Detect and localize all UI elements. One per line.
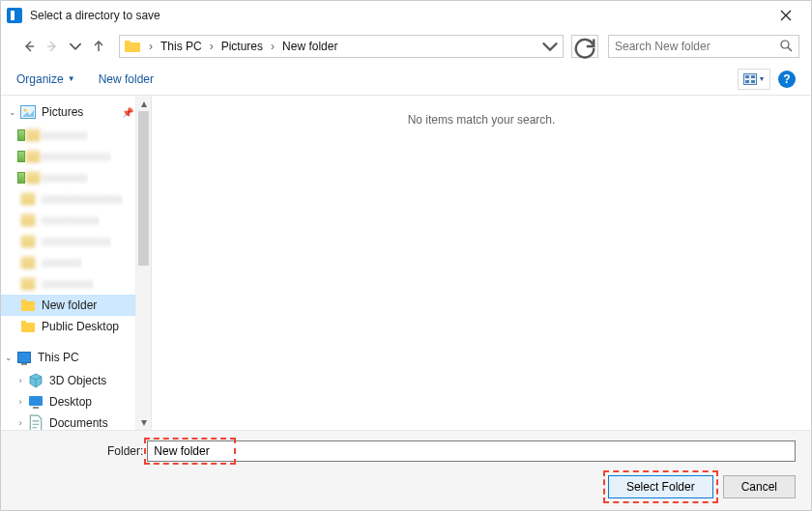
window-title: Select a directory to save — [30, 9, 160, 22]
arrow-up-icon — [92, 40, 105, 53]
organize-label: Organize — [16, 72, 64, 86]
3d-objects-icon — [28, 373, 44, 388]
sidebar-label: New folder — [38, 298, 97, 312]
sidebar-label: Documents — [45, 416, 108, 430]
new-folder-label: New folder — [99, 72, 154, 86]
expand-icon[interactable]: › — [14, 418, 26, 428]
pictures-icon — [20, 104, 36, 120]
help-icon: ? — [783, 72, 790, 86]
search-icon — [779, 39, 793, 55]
folder-icon — [20, 319, 36, 334]
sidebar-item[interactable]: xxxxxxxx — [1, 125, 135, 146]
svg-rect-17 — [33, 407, 39, 409]
sidebar-label: Desktop — [45, 395, 92, 409]
chevron-right-icon: › — [145, 40, 157, 53]
close-icon — [780, 10, 792, 21]
select-folder-button[interactable]: Select Folder — [608, 475, 713, 498]
view-icon — [743, 73, 757, 85]
folder-icon — [20, 298, 36, 313]
sidebar-label: This PC — [34, 351, 79, 364]
sidebar-item[interactable]: xxxxxxxxxxxx — [1, 231, 135, 252]
breadcrumb[interactable]: Pictures — [218, 36, 267, 57]
toolbar: Organize ▼ New folder ▼ ? — [1, 63, 811, 96]
forward-button[interactable] — [42, 36, 63, 57]
sidebar: ⌄ Pictures 📌 xxxxxxxx xxxxxxxxxxxx xxxxx… — [1, 96, 152, 430]
refresh-button[interactable] — [571, 35, 598, 58]
app-icon — [7, 8, 22, 23]
scroll-up-button[interactable]: ▴ — [136, 96, 151, 111]
save-dialog: Select a directory to save › This PC › — [0, 0, 812, 511]
up-button[interactable] — [88, 36, 109, 57]
svg-point-11 — [23, 108, 26, 111]
sidebar-label: Public Desktop — [38, 320, 119, 333]
sidebar-section-thispc[interactable]: ⌄ This PC — [1, 345, 135, 370]
svg-point-2 — [781, 41, 789, 48]
expand-icon[interactable]: ⌄ — [7, 107, 18, 117]
sidebar-item-desktop[interactable]: › Desktop — [1, 391, 135, 412]
sidebar-item-documents[interactable]: › Documents — [1, 412, 135, 430]
chevron-right-icon: › — [267, 40, 278, 53]
sidebar-scrollbar[interactable]: ▴ ▾ — [135, 96, 151, 430]
view-options-button[interactable]: ▼ — [738, 69, 770, 90]
folder-name-input[interactable] — [147, 440, 796, 462]
scroll-down-button[interactable]: ▾ — [136, 414, 151, 430]
sidebar-item[interactable]: xxxxxxxx — [1, 167, 135, 188]
chevron-right-icon: › — [206, 40, 218, 53]
sidebar-item[interactable]: xxxxxxx — [1, 252, 135, 273]
breadcrumb[interactable]: New folder — [278, 36, 341, 57]
svg-rect-1 — [125, 43, 140, 52]
address-dropdown[interactable] — [541, 38, 559, 55]
sidebar-item[interactable]: xxxxxxxxxx — [1, 210, 135, 231]
chevron-down-icon — [69, 40, 82, 53]
expand-icon[interactable]: › — [14, 397, 26, 407]
svg-rect-6 — [751, 75, 755, 78]
help-button[interactable]: ? — [778, 71, 796, 88]
address-bar[interactable]: › This PC › Pictures › New folder — [119, 35, 564, 58]
recent-locations-button[interactable] — [65, 36, 86, 57]
svg-rect-8 — [751, 80, 755, 83]
sidebar-item-newfolder[interactable]: New folder — [1, 295, 135, 316]
folder-icon — [124, 39, 141, 54]
chevron-down-icon: ▼ — [68, 74, 75, 83]
back-button[interactable] — [18, 36, 40, 57]
pc-icon — [16, 350, 32, 365]
arrow-right-icon — [45, 40, 59, 53]
sidebar-item-publicdesktop[interactable]: Public Desktop — [1, 316, 135, 337]
navbar: › This PC › Pictures › New folder — [1, 30, 811, 63]
cancel-button[interactable]: Cancel — [723, 475, 796, 498]
expand-icon[interactable]: ⌄ — [3, 353, 14, 362]
svg-rect-13 — [21, 301, 35, 311]
sidebar-section-pictures[interactable]: ⌄ Pictures 📌 — [1, 99, 135, 125]
sidebar-item[interactable]: xxxxxxxxx — [1, 273, 135, 295]
breadcrumb[interactable]: This PC — [157, 36, 206, 57]
sidebar-label: 3D Objects — [45, 374, 106, 387]
sidebar-item[interactable]: xxxxxxxxxxxxxx — [1, 188, 135, 210]
close-button[interactable] — [767, 1, 805, 30]
svg-rect-15 — [21, 323, 35, 332]
sidebar-label: Pictures — [38, 105, 83, 119]
organize-menu[interactable]: Organize ▼ — [16, 72, 75, 86]
chevron-down-icon — [541, 38, 559, 55]
arrow-left-icon — [22, 40, 36, 53]
desktop-icon — [28, 394, 44, 410]
dialog-body: ⌄ Pictures 📌 xxxxxxxx xxxxxxxxxxxx xxxxx… — [1, 96, 811, 430]
select-folder-label: Select Folder — [626, 480, 695, 494]
new-folder-button[interactable]: New folder — [99, 72, 154, 86]
folder-label: Folder: — [16, 444, 143, 458]
svg-rect-5 — [745, 75, 749, 78]
svg-rect-7 — [745, 80, 749, 83]
refresh-icon — [572, 34, 597, 59]
sidebar-item-3dobjects[interactable]: › 3D Objects — [1, 370, 135, 391]
pin-icon: 📌 — [122, 107, 133, 118]
cancel-label: Cancel — [741, 480, 777, 494]
documents-icon — [28, 415, 44, 430]
search-input[interactable] — [615, 40, 779, 53]
expand-icon[interactable]: › — [14, 376, 26, 385]
titlebar: Select a directory to save — [1, 1, 811, 30]
svg-rect-16 — [29, 396, 43, 406]
empty-message: No items match your search. — [408, 113, 556, 430]
search-box[interactable] — [608, 35, 799, 58]
chevron-down-icon: ▼ — [759, 75, 766, 82]
scroll-thumb[interactable] — [138, 111, 149, 266]
sidebar-item[interactable]: xxxxxxxxxxxx — [1, 146, 135, 167]
